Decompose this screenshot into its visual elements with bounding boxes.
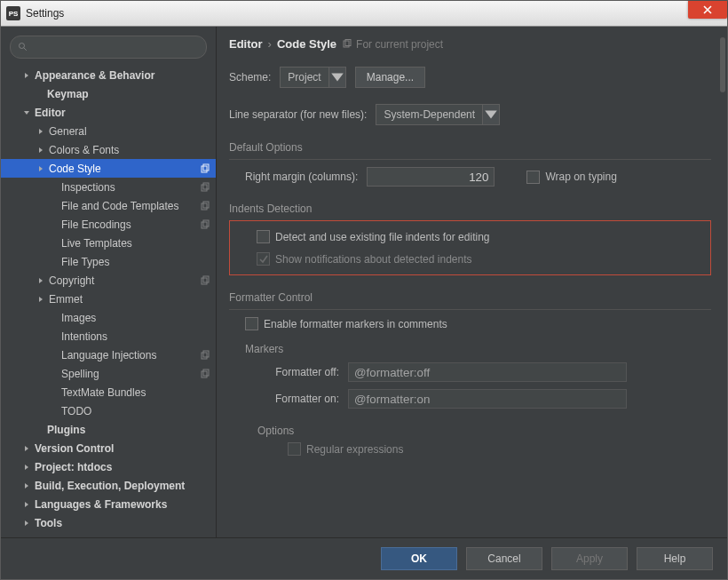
copy-icon <box>200 369 210 379</box>
tree-item-label: Code Style <box>49 163 196 175</box>
line-separator-label: Line separator (for new files): <box>229 108 367 121</box>
chevron-right-icon <box>37 296 44 303</box>
svg-rect-12 <box>203 351 209 357</box>
markers-legend: Markers <box>245 343 711 355</box>
default-options-title: Default Options <box>229 141 711 154</box>
formatter-off-field[interactable] <box>348 362 627 382</box>
tree-item-label: File Encodings <box>61 218 196 231</box>
breadcrumb-code-style: Code Style <box>277 37 336 51</box>
sidebar-item-version-control[interactable]: Version Control <box>1 439 216 457</box>
titlebar[interactable]: PS Settings <box>1 1 727 27</box>
window-title: Settings <box>26 7 64 20</box>
search-input[interactable] <box>10 36 207 59</box>
svg-rect-9 <box>202 278 207 284</box>
dialog-footer: OK Cancel Apply Help <box>1 537 727 579</box>
tree-item-label: General <box>49 125 210 138</box>
chevron-right-icon <box>37 165 44 172</box>
sidebar-item-textmate-bundles[interactable]: TextMate Bundles <box>1 383 216 401</box>
svg-rect-4 <box>203 183 209 189</box>
tree-item-label: Tools <box>35 517 210 529</box>
scheme-combo[interactable]: Project <box>280 67 345 88</box>
formatter-on-label: Formatter on: <box>257 393 339 405</box>
sidebar-item-intentions[interactable]: Intentions <box>1 327 216 346</box>
sidebar-item-copyright[interactable]: Copyright <box>1 271 216 290</box>
chevron-right-icon <box>23 464 30 471</box>
chevron-right-icon <box>23 445 30 452</box>
tree-item-label: File Types <box>61 256 210 268</box>
app-logo: PS <box>6 6 20 20</box>
sidebar-item-live-templates[interactable]: Live Templates <box>1 234 216 252</box>
sidebar-item-inspections[interactable]: Inspections <box>1 178 216 196</box>
sidebar-item-project-htdocs[interactable]: Project: htdocs <box>1 457 216 476</box>
indents-detection-title: Indents Detection <box>229 203 711 215</box>
cancel-button[interactable]: Cancel <box>466 547 542 570</box>
copy-icon <box>200 163 210 174</box>
copy-icon <box>200 182 210 193</box>
help-button[interactable]: Help <box>637 547 713 570</box>
sidebar-item-spelling[interactable]: Spelling <box>1 364 216 383</box>
tree-item-label: Inspections <box>61 181 196 194</box>
sidebar-item-language-injections[interactable]: Language Injections <box>1 346 216 364</box>
tree-item-label: Emmet <box>49 293 210 306</box>
search-icon <box>18 42 28 52</box>
svg-rect-6 <box>203 202 209 208</box>
sidebar-item-images[interactable]: Images <box>1 308 216 327</box>
breadcrumb-sep: › <box>268 37 272 51</box>
chevron-right-icon <box>37 147 44 154</box>
copy-icon <box>200 219 210 230</box>
wrap-on-typing-checkbox[interactable]: Wrap on typing <box>526 171 617 184</box>
options-legend: Options <box>257 425 711 437</box>
show-notifications-checkbox[interactable]: Show notifications about detected indent… <box>257 252 471 266</box>
manage-button[interactable]: Manage... <box>355 67 425 88</box>
tree-item-label: Language Injections <box>61 349 196 362</box>
enable-formatter-markers-checkbox[interactable]: Enable formatter markers in comments <box>245 317 447 330</box>
line-separator-combo[interactable]: System-Dependent <box>376 104 500 125</box>
regex-checkbox[interactable]: Regular expressions <box>288 442 403 456</box>
tree-item-label: Plugins <box>47 424 210 436</box>
breadcrumb: Editor › Code Style For current project <box>229 37 711 51</box>
svg-rect-3 <box>202 185 207 191</box>
right-margin-label: Right margin (columns): <box>245 171 358 183</box>
sidebar-item-code-style[interactable]: Code Style <box>1 159 216 178</box>
formatter-on-field[interactable] <box>348 389 627 409</box>
sidebar-item-keymap[interactable]: Keymap <box>1 84 216 103</box>
chevron-down-icon <box>23 109 30 116</box>
sidebar-item-file-and-code-templates[interactable]: File and Code Templates <box>1 196 216 215</box>
sidebar-item-todo[interactable]: TODO <box>1 401 216 420</box>
scrollbar-thumb[interactable] <box>720 37 725 92</box>
right-margin-field[interactable] <box>367 167 495 187</box>
apply-button[interactable]: Apply <box>551 547 628 570</box>
formatter-off-label: Formatter off: <box>257 366 339 378</box>
svg-rect-2 <box>203 164 209 171</box>
sidebar-item-appearance-behavior[interactable]: Appearance & Behavior <box>1 66 216 84</box>
chevron-right-icon <box>23 520 30 527</box>
svg-rect-8 <box>203 220 209 226</box>
sidebar-item-editor[interactable]: Editor <box>1 103 216 122</box>
copy-icon <box>342 39 352 50</box>
close-button[interactable] <box>688 1 727 19</box>
sidebar-item-emmet[interactable]: Emmet <box>1 290 216 308</box>
sidebar-item-colors-fonts[interactable]: Colors & Fonts <box>1 140 216 159</box>
sidebar-item-general[interactable]: General <box>1 122 216 140</box>
sidebar-item-file-encodings[interactable]: File Encodings <box>1 215 216 234</box>
tree-item-label: Live Templates <box>61 237 210 250</box>
tree-item-label: Images <box>61 312 210 324</box>
tree-item-label: Copyright <box>49 274 196 287</box>
sidebar-item-build-execution-deployment[interactable]: Build, Execution, Deployment <box>1 476 216 495</box>
content-panel: Editor › Code Style For current project … <box>217 27 727 537</box>
sidebar-item-languages-frameworks[interactable]: Languages & Frameworks <box>1 495 216 513</box>
tree-item-label: Colors & Fonts <box>49 144 210 156</box>
chevron-right-icon <box>37 128 44 135</box>
sidebar: Appearance & BehaviorKeymapEditorGeneral… <box>1 27 217 537</box>
tree-item-label: Version Control <box>35 442 210 455</box>
tree-item-label: Editor <box>35 107 210 119</box>
scheme-label: Scheme: <box>229 71 271 83</box>
sidebar-item-file-types[interactable]: File Types <box>1 252 216 271</box>
breadcrumb-editor[interactable]: Editor <box>229 37 263 51</box>
sidebar-item-tools[interactable]: Tools <box>1 513 216 532</box>
detect-indents-checkbox[interactable]: Detect and use existing file indents for… <box>257 230 489 243</box>
svg-rect-5 <box>202 203 207 210</box>
chevron-right-icon <box>37 277 44 284</box>
sidebar-item-plugins[interactable]: Plugins <box>1 420 216 439</box>
ok-button[interactable]: OK <box>381 547 457 570</box>
